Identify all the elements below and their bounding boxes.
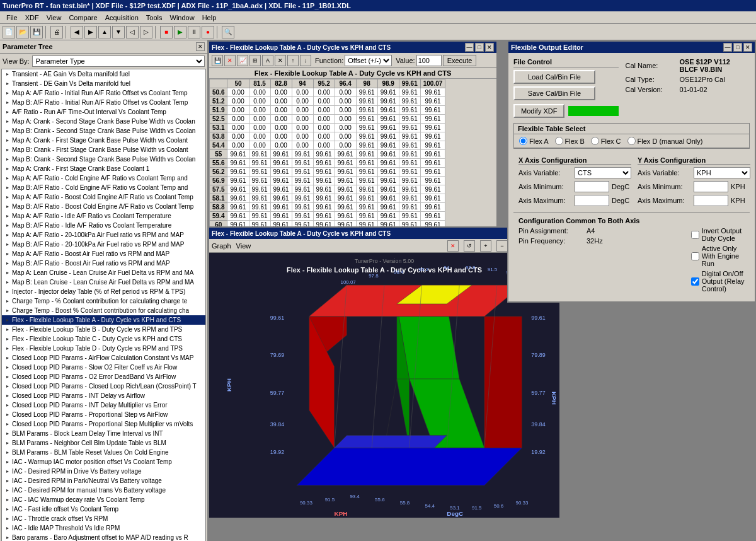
play-btn[interactable]: ▶ <box>174 26 186 38</box>
table-cell[interactable]: 99.61 <box>249 203 270 212</box>
tree-item[interactable]: ▸Map B: A/F Ratio - Cold Engine A/F Rati… <box>2 183 205 192</box>
graph-delete-btn[interactable]: ✕ <box>447 240 459 252</box>
table-cell[interactable]: 99.61 <box>227 194 249 203</box>
table-cell[interactable]: 99.61 <box>313 177 335 185</box>
cb-active-input[interactable] <box>691 252 699 260</box>
table-cell[interactable]: 0.00 <box>313 88 335 97</box>
radio-flex-a[interactable]: Flex A <box>519 137 549 145</box>
down-btn[interactable]: ▼ <box>112 26 125 38</box>
table-cell[interactable]: 99.61 <box>420 132 445 141</box>
tree-item[interactable]: ▸Map A: Lean Cruise - Lean Cruise Air Fu… <box>2 268 205 277</box>
table-cell[interactable]: 99.61 <box>356 115 377 124</box>
tbl-paste-btn[interactable]: ✕ <box>275 55 286 66</box>
menu-view[interactable]: View <box>43 13 66 23</box>
foe-minimize-btn[interactable]: — <box>723 43 732 52</box>
table-cell[interactable]: 99.61 <box>399 97 420 106</box>
tbl-save-btn[interactable]: 💾 <box>212 55 223 66</box>
table-cell[interactable]: 99.61 <box>335 168 356 177</box>
param-tree-close-btn[interactable]: ✕ <box>196 42 205 51</box>
graph-menu-graph[interactable]: Graph <box>212 242 231 250</box>
tree-item[interactable]: ▸Closed Loop PID Params - INT Delay vs A… <box>2 391 205 400</box>
table-cell[interactable]: 99.61 <box>356 194 377 203</box>
table-cell[interactable]: 0.00 <box>227 97 249 106</box>
tree-item[interactable]: ▸Map B: A/F Ratio - Boost Cold Engine A/… <box>2 202 205 211</box>
tree-item[interactable]: ▸Transient - AE Gain Vs Delta manifold f… <box>2 69 205 79</box>
graph-zoom-in-btn[interactable]: + <box>480 240 491 252</box>
tree-item[interactable]: ▸Map A: Crank - First Stage Crank Base P… <box>2 136 205 145</box>
load-cal-btn[interactable]: Load Cal/Bin File <box>513 70 595 84</box>
modify-xdf-btn[interactable]: Modify XDF <box>513 104 564 118</box>
tree-item[interactable]: ▸Map A: Crank - First Stage Crank Base C… <box>2 164 205 173</box>
tbl-compare-btn[interactable]: ⊞ <box>249 55 261 66</box>
table-cell[interactable]: 99.61 <box>313 212 335 221</box>
table-cell[interactable]: 0.00 <box>292 115 313 124</box>
data-table-container[interactable]: 5081.582.89495.296.49898.999.61100.0750.… <box>209 79 496 230</box>
record-btn[interactable]: ● <box>202 26 214 38</box>
tree-item[interactable]: ▸Closed Loop PID Params - Proportional S… <box>2 419 205 429</box>
tree-item[interactable]: ▸Charge Temp - % Coolant contribution fo… <box>2 296 205 306</box>
menu-help[interactable]: Help <box>198 13 220 23</box>
x-var-select[interactable]: CTS RPM KPH TPS <box>575 167 631 178</box>
table-cell[interactable]: 99.61 <box>399 150 420 159</box>
table-cell[interactable]: 99.61 <box>377 212 399 221</box>
table-cell[interactable]: 99.61 <box>335 212 356 221</box>
table-cell[interactable]: 99.61 <box>377 194 399 203</box>
tree-item[interactable]: ▸Map A: A/F Ratio - Boost Air Fuel ratio… <box>2 249 205 259</box>
tree-item[interactable]: ▸Map A: A/F Ratio - 20-100kPa Air Fuel r… <box>2 230 205 240</box>
table-cell[interactable]: 99.61 <box>420 168 445 177</box>
table-cell[interactable]: 0.00 <box>335 88 356 97</box>
table-cell[interactable]: 99.61 <box>270 185 292 194</box>
table-cell[interactable]: 99.61 <box>313 203 335 212</box>
table-cell[interactable]: 0.00 <box>249 124 270 132</box>
table-cell[interactable]: 99.61 <box>377 88 399 97</box>
table-cell[interactable]: 99.61 <box>356 177 377 185</box>
cb-digital[interactable]: Digital On/Off Output (Relay Control) <box>691 270 745 293</box>
table-cell[interactable]: 0.00 <box>270 132 292 141</box>
table-cell[interactable]: 99.61 <box>292 168 313 177</box>
tree-item[interactable]: ▸Map A: A/F Ratio - Cold Engine A/F Rati… <box>2 173 205 183</box>
table-cell[interactable]: 99.61 <box>292 150 313 159</box>
y-var-select[interactable]: KPH RPM CTS TPS <box>694 167 750 178</box>
menu-file[interactable]: File <box>3 13 21 23</box>
table-cell[interactable]: 0.00 <box>335 124 356 132</box>
tree-item[interactable]: ▸Baro params - Baro Adjustment offset to… <box>2 533 205 541</box>
radio-flex-d[interactable]: Flex D (manual Only) <box>627 137 703 145</box>
tree-item[interactable]: ▸Map B: Lean Cruise - Lean Cruise Air Fu… <box>2 277 205 287</box>
table-cell[interactable]: 99.61 <box>270 194 292 203</box>
table-cell[interactable]: 99.61 <box>420 106 445 115</box>
y-min-input[interactable]: 50 <box>694 181 728 192</box>
tree-item[interactable]: ▸BLM Params - BLM Table Reset Values On … <box>2 448 205 457</box>
table-cell[interactable]: 99.61 <box>377 132 399 141</box>
table-cell[interactable]: 99.61 <box>399 203 420 212</box>
table-cell[interactable]: 99.61 <box>249 185 270 194</box>
table-cell[interactable]: 99.61 <box>377 106 399 115</box>
cb-active[interactable]: Active Only With Engine Run <box>691 245 745 267</box>
table-cell[interactable]: 99.61 <box>249 212 270 221</box>
table-cell[interactable]: 99.61 <box>313 150 335 159</box>
table-cell[interactable]: 0.00 <box>313 115 335 124</box>
tree-item[interactable]: ▸IAC - Throttle crack offset Vs RPM <box>2 514 205 523</box>
table-cell[interactable]: 99.61 <box>292 194 313 203</box>
table-cell[interactable]: 99.61 <box>356 88 377 97</box>
tree-item[interactable]: ▸Map B: Crank - Second Stage Crank Base … <box>2 126 205 136</box>
tree-item[interactable]: ▸Map B: A/F Ratio - Boost Air Fuel ratio… <box>2 259 205 268</box>
table-cell[interactable]: 99.61 <box>377 115 399 124</box>
stop-btn[interactable]: ■ <box>160 26 173 38</box>
open-btn[interactable]: 📂 <box>16 26 29 38</box>
table-cell[interactable]: 99.61 <box>270 168 292 177</box>
tree-item[interactable]: ▸BLM Params - Neighbor Cell Blm Update T… <box>2 438 205 448</box>
table-cell[interactable]: 99.61 <box>377 159 399 168</box>
table-cell[interactable]: 99.61 <box>227 177 249 185</box>
tree-item[interactable]: ▸BLM Params - Block Learn Delay Time Int… <box>2 429 205 438</box>
radio-flex-c[interactable]: Flex C <box>591 137 621 145</box>
tree-item[interactable]: ▸Closed Loop PID Params - AirFlow Calcul… <box>2 353 205 363</box>
table-cell[interactable]: 99.61 <box>270 203 292 212</box>
table-cell[interactable]: 99.61 <box>335 203 356 212</box>
tree-item[interactable]: ▸Closed Loop PID Params - Proportional S… <box>2 410 205 419</box>
table-cell[interactable]: 99.61 <box>249 194 270 203</box>
table-cell[interactable]: 99.61 <box>399 212 420 221</box>
foe-close-btn[interactable]: ✕ <box>743 43 752 52</box>
table-cell[interactable]: 99.61 <box>377 203 399 212</box>
table-cell[interactable]: 0.00 <box>249 106 270 115</box>
pause-btn[interactable]: ⏸ <box>188 26 200 38</box>
